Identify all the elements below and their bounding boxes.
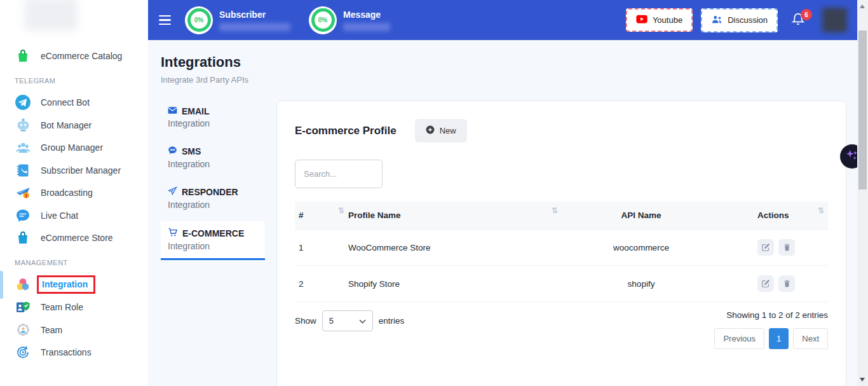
sidebar-item-integration[interactable]: Integration: [0, 273, 148, 296]
column-header-actions[interactable]: Actions⇅: [722, 202, 828, 230]
discussion-button-label: Discussion: [728, 15, 768, 25]
redacted-subscriber-count: [219, 23, 290, 31]
top-header: 0% Subscriber 0% Message Youtube Discuss…: [148, 0, 857, 40]
notification-count-badge: 6: [801, 9, 812, 20]
sidebar-item-label: Group Manager: [41, 142, 103, 153]
sidebar-item-label: Broadcasting: [41, 188, 93, 198]
page-1-button[interactable]: 1: [769, 328, 789, 349]
page-size-select[interactable]: 5: [322, 310, 373, 331]
sidebar-item-label: Team Role: [41, 302, 83, 312]
page-title: Integrations: [161, 54, 857, 71]
message-label: Message: [343, 10, 390, 20]
scroll-down-arrow[interactable]: [860, 378, 865, 382]
tab-email-integration[interactable]: EMAIL Integration: [161, 100, 265, 135]
row-api-name: shopify: [562, 266, 722, 302]
sidebar-item-label: Subscriber Manager: [41, 165, 121, 176]
sidebar-item-label: Live Chat: [41, 210, 78, 221]
envelope-icon: [168, 106, 177, 116]
integration-subnav: EMAIL Integration SMS SMS Integration: [161, 100, 265, 265]
discussion-button[interactable]: Discussion: [701, 8, 778, 32]
column-header-index[interactable]: #⇅: [295, 202, 348, 230]
broadcast-plane-icon: 1: [15, 184, 31, 201]
table-row: 2 Shopify Store shopify: [295, 266, 828, 302]
color-circles-icon: [15, 277, 31, 293]
tab-sms-integration[interactable]: SMS SMS Integration: [161, 140, 265, 176]
annotation-highlight-box: Integration: [37, 275, 95, 294]
history-clock-icon: [15, 344, 31, 361]
sort-icon[interactable]: ⇅: [338, 206, 344, 215]
message-percent: 0%: [318, 17, 327, 24]
sort-icon[interactable]: ⇅: [818, 206, 824, 215]
sidebar-item-bot-manager[interactable]: Bot Manager: [0, 114, 148, 137]
telegram-icon: [15, 94, 31, 111]
sidebar: eCommerce Catalog TELEGRAM Connect Bot B…: [0, 0, 148, 386]
new-button-label: New: [440, 126, 456, 135]
notification-bell-icon[interactable]: 6: [791, 11, 805, 29]
sidebar-item-transactions[interactable]: Transactions: [0, 341, 148, 364]
sidebar-item-label: eCommerce Catalog: [41, 51, 122, 61]
column-header-api-name[interactable]: API Name: [562, 202, 722, 230]
user-avatar[interactable]: [822, 8, 847, 32]
sidebar-item-label: Integration: [42, 279, 88, 289]
scrollbar-thumb[interactable]: [858, 31, 867, 190]
sidebar-item-ecommerce-catalog[interactable]: eCommerce Catalog: [0, 45, 148, 67]
sidebar-item-label: Connect Bot: [41, 97, 90, 107]
message-stat: 0% Message: [309, 6, 390, 34]
sidebar-item-broadcasting[interactable]: 1 Broadcasting: [0, 182, 148, 205]
sort-icon[interactable]: ⇅: [552, 206, 558, 215]
row-profile-name: Shopify Store: [348, 266, 562, 302]
pagination: Previous 1 Next: [714, 328, 828, 349]
table-row: 1 WooCommerce Store woocommerce: [295, 230, 828, 266]
table-header-row: #⇅ Profile Name⇅ API Name Actions⇅: [295, 202, 828, 230]
next-page-button[interactable]: Next: [793, 328, 828, 349]
svg-text:SMS: SMS: [170, 149, 175, 151]
sidebar-item-subscriber-manager[interactable]: Subscriber Manager: [0, 159, 148, 182]
sidebar-item-connect-bot[interactable]: Connect Bot: [0, 92, 148, 114]
paper-plane-icon: [168, 186, 177, 198]
column-header-profile-name[interactable]: Profile Name⇅: [348, 202, 562, 230]
show-label: Show: [295, 316, 316, 326]
delete-button[interactable]: [778, 239, 795, 256]
redacted-message-count: [343, 23, 390, 31]
app-logo: [24, 0, 78, 31]
sidebar-section-management: MANAGEMENT: [0, 252, 148, 273]
tab-subtitle: Integration: [168, 200, 265, 210]
chevron-down-icon: [359, 316, 366, 326]
menu-toggle-icon[interactable]: [159, 15, 171, 25]
message-progress-ring: 0%: [309, 6, 337, 34]
new-profile-button[interactable]: New: [415, 119, 467, 142]
scroll-up-arrow[interactable]: [860, 4, 865, 8]
chat-bubble-icon: [15, 207, 31, 224]
tab-title: E-COMMERCE: [182, 228, 244, 238]
search-input[interactable]: [295, 160, 383, 188]
previous-page-button[interactable]: Previous: [714, 328, 764, 349]
page-scrollbar[interactable]: [857, 0, 868, 386]
tab-title: EMAIL: [182, 106, 210, 116]
youtube-button[interactable]: Youtube: [626, 8, 693, 32]
discussion-people-icon: [711, 15, 722, 26]
group-people-icon: [15, 139, 31, 156]
delete-button[interactable]: [778, 275, 795, 292]
tab-ecommerce-integration[interactable]: E-COMMERCE Integration: [161, 221, 265, 260]
tab-responder-integration[interactable]: RESPONDER Integration: [161, 181, 265, 217]
sidebar-item-group-manager[interactable]: Group Manager: [0, 137, 148, 160]
robot-icon: [15, 117, 31, 134]
showing-entries-text: Showing 1 to 2 of 2 entries: [726, 310, 828, 320]
ecommerce-profile-card: E-commerce Profile New #⇅ Profile Name⇅ …: [276, 100, 846, 386]
sidebar-item-live-chat[interactable]: Live Chat: [0, 204, 148, 227]
id-badge-shield-icon: [15, 299, 31, 315]
sidebar-item-team-role[interactable]: Team Role: [0, 296, 148, 319]
contact-book-icon: [15, 162, 31, 179]
row-index: 1: [295, 230, 348, 266]
entries-label: entries: [379, 316, 405, 326]
profiles-table: #⇅ Profile Name⇅ API Name Actions⇅ 1 Woo…: [295, 202, 828, 302]
tab-title: RESPONDER: [182, 187, 238, 197]
sidebar-item-team[interactable]: Team: [0, 319, 148, 341]
row-index: 2: [295, 266, 348, 302]
sidebar-item-ecommerce-store[interactable]: eCommerce Store: [0, 227, 148, 250]
sidebar-item-label: Bot Manager: [41, 120, 92, 130]
edit-button[interactable]: [757, 239, 774, 256]
shopping-bag-green-icon: [15, 48, 31, 64]
gear-person-icon: [15, 322, 31, 338]
edit-button[interactable]: [757, 275, 774, 292]
